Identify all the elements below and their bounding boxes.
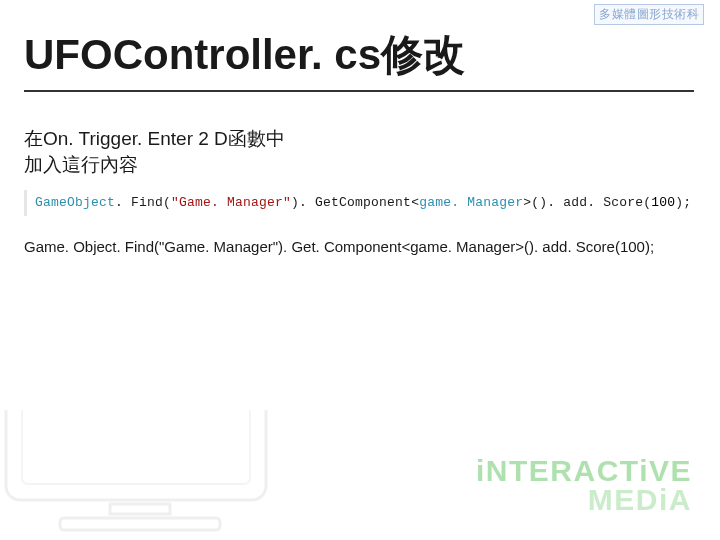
slide-title: UFOController. cs修改 [24, 32, 465, 78]
slide: 多媒體圖形技術科 UFOController. cs修改 在On. Trigge… [0, 0, 720, 540]
footer-logo: iNTERACTiVE MEDiA [476, 457, 692, 514]
title-underline [24, 90, 694, 92]
dept-badge: 多媒體圖形技術科 [594, 4, 704, 25]
code-token: GetComponent [315, 195, 411, 210]
code-token: game. Manager [419, 195, 523, 210]
instruction-line-2: 加入這行內容 [24, 152, 285, 178]
monitor-decoration [0, 410, 310, 540]
instruction-line-1: 在On. Trigger. Enter 2 D函數中 [24, 126, 285, 152]
logo-line-2: MEDiA [476, 486, 692, 515]
instruction-text: 在On. Trigger. Enter 2 D函數中 加入這行內容 [24, 126, 285, 177]
code-token: ). [291, 195, 315, 210]
code-plaintext: Game. Object. Find("Game. Manager"). Get… [24, 238, 654, 255]
logo-line-1: iNTERACTiVE [476, 457, 692, 486]
code-token: ); [675, 195, 691, 210]
code-screenshot: GameObject. Find("Game. Manager"). GetCo… [24, 190, 694, 216]
code-token: 100 [651, 195, 675, 210]
code-token: (). [531, 195, 563, 210]
code-token: . [115, 195, 131, 210]
code-token: add. Score [563, 195, 643, 210]
code-token: "Game. Manager" [171, 195, 291, 210]
code-token: GameObject [35, 195, 115, 210]
svg-rect-3 [60, 518, 220, 530]
code-token: > [523, 195, 531, 210]
code-token: < [411, 195, 419, 210]
svg-rect-0 [6, 410, 266, 500]
svg-rect-2 [110, 504, 170, 514]
monitor-icon [0, 410, 310, 540]
code-token: Find [131, 195, 163, 210]
svg-rect-1 [22, 410, 250, 484]
code-token: ( [163, 195, 171, 210]
